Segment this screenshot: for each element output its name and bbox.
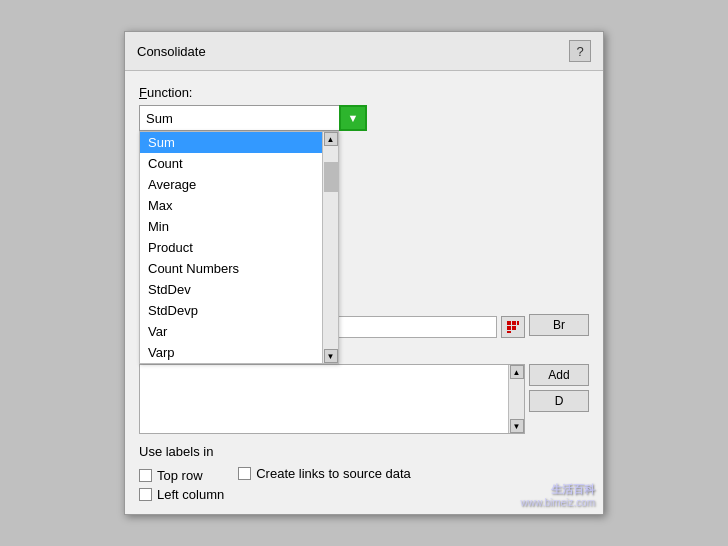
dropdown-scroll-down[interactable]: ▼ [324, 349, 338, 363]
dialog-body: Function: Sum Sum Count Average Max Min … [125, 71, 603, 514]
dropdown-item-count[interactable]: Count [140, 153, 322, 174]
function-select-display[interactable]: Sum [139, 105, 339, 131]
dropdown-scrollbar[interactable]: ▲ ▼ [322, 132, 338, 363]
grid-icon-button[interactable] [501, 316, 525, 338]
top-row-label: Top row [157, 468, 203, 483]
create-links-checkbox[interactable] [238, 467, 251, 480]
dropdown-item-sum[interactable]: Sum [140, 132, 322, 153]
dropdown-item-stddev[interactable]: StdDev [140, 279, 322, 300]
dropdown-scroll-up[interactable]: ▲ [324, 132, 338, 146]
left-column-checkbox-row: Left column [139, 487, 224, 502]
browse-button[interactable]: Br [529, 314, 589, 336]
dialog-title: Consolidate [137, 44, 206, 59]
top-row-checkbox-row: Top row [139, 468, 224, 483]
dropdown-item-varp[interactable]: Varp [140, 342, 322, 363]
use-labels-label: Use labels in [139, 444, 224, 459]
function-label: Function: [139, 85, 589, 100]
bottom-area: Use labels in Top row Left column Create… [139, 444, 589, 502]
svg-rect-1 [512, 321, 516, 325]
dropdown-item-stddevp[interactable]: StdDevp [140, 300, 322, 321]
add-button[interactable]: Add [529, 364, 589, 386]
consolidate-dialog: Consolidate ? Function: Sum Sum Count Av… [124, 31, 604, 515]
references-listbox[interactable]: ▲ ▼ [139, 364, 525, 434]
dropdown-scroll-thumb[interactable] [324, 162, 338, 192]
list-buttons: Add D [529, 364, 589, 434]
dropdown-item-count-numbers[interactable]: Count Numbers [140, 258, 322, 279]
create-links-checkbox-row: Create links to source data [238, 466, 411, 481]
help-button[interactable]: ? [569, 40, 591, 62]
function-row: Sum Sum Count Average Max Min Product Co… [139, 105, 589, 131]
svg-rect-3 [507, 326, 511, 330]
dropdown-item-var[interactable]: Var [140, 321, 322, 342]
svg-rect-0 [507, 321, 511, 325]
function-dropdown-button[interactable] [339, 105, 367, 131]
left-column-label: Left column [157, 487, 224, 502]
title-bar: Consolidate ? [125, 32, 603, 71]
top-row-checkbox[interactable] [139, 469, 152, 482]
function-dropdown-list: Sum Count Average Max Min Product Count … [139, 131, 339, 364]
svg-rect-2 [517, 321, 519, 325]
use-labels-group: Use labels in Top row Left column [139, 444, 224, 502]
dropdown-item-min[interactable]: Min [140, 216, 322, 237]
dropdown-item-max[interactable]: Max [140, 195, 322, 216]
svg-rect-5 [507, 331, 511, 333]
all-references-row: ▲ ▼ Add D [139, 364, 589, 434]
references-scrollbar[interactable]: ▲ ▼ [508, 365, 524, 433]
dropdown-item-product[interactable]: Product [140, 237, 322, 258]
references-scroll-up[interactable]: ▲ [510, 365, 524, 379]
ref-buttons: Br [529, 314, 589, 336]
left-column-checkbox[interactable] [139, 488, 152, 501]
references-scroll-down[interactable]: ▼ [510, 419, 524, 433]
dropdown-item-average[interactable]: Average [140, 174, 322, 195]
svg-rect-4 [512, 326, 516, 330]
create-links-label: Create links to source data [256, 466, 411, 481]
delete-button[interactable]: D [529, 390, 589, 412]
